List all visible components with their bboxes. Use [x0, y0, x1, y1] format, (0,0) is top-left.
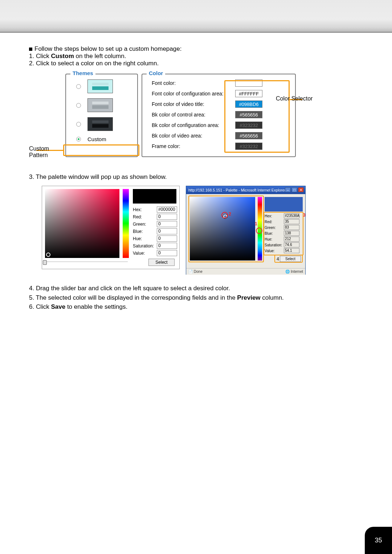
val-input[interactable]: 0 — [157, 250, 177, 256]
color-value[interactable]: #FFFFFF — [235, 90, 262, 97]
window-titlebar: http://192.168.5.151 - Palette - Microso… — [186, 186, 305, 194]
picker-ring-icon — [46, 253, 50, 257]
red-row: Red:35 — [265, 219, 299, 224]
minimize-icon[interactable]: – — [285, 187, 291, 192]
hue-input[interactable]: 0 — [157, 235, 177, 242]
color-row: Font color of configuration area:#FFFFFF — [152, 90, 291, 97]
hex-input[interactable]: #000000 — [157, 206, 177, 213]
radio-icon[interactable] — [76, 103, 81, 108]
select-button[interactable]: Select — [148, 259, 175, 266]
radio-icon[interactable] — [76, 84, 81, 89]
bullet-icon — [29, 48, 32, 51]
color-gradient-box[interactable] — [190, 197, 255, 260]
color-row: Font color of video title:#098BD6 — [152, 100, 291, 108]
slider-knob-icon[interactable] — [43, 260, 47, 265]
color-row: Bk color of control area:#565656 — [152, 111, 291, 118]
theme-option-grey[interactable] — [76, 98, 137, 112]
color-row: Frame color:#323232 — [152, 143, 291, 150]
palette-window-a: Hex:#000000 Red:0 Green:0 Blue:0 Hue:0 S… — [42, 186, 180, 269]
val-input[interactable]: 54.1 — [284, 248, 299, 253]
status-bar: 📄 Done 🌐 Internet — [186, 268, 305, 275]
color-label: Font color of configuration area: — [152, 91, 235, 97]
color-label: Bk color of configuration area: — [152, 122, 235, 128]
hue-bar[interactable] — [258, 197, 262, 260]
status-done: 📄 Done — [188, 270, 203, 274]
hue-row: Hue:0 — [133, 235, 177, 242]
marker-number: 1 — [255, 221, 257, 226]
red-row: Red:0 — [133, 214, 177, 220]
green-input[interactable]: 83 — [284, 225, 299, 230]
sat-row: Saturation:0 — [133, 243, 177, 249]
step5: 5. The selected color will be displayed … — [29, 293, 363, 303]
theme-swatch — [87, 98, 113, 112]
color-gradient-box[interactable] — [45, 189, 119, 258]
red-input[interactable]: 35 — [284, 219, 299, 224]
color-value[interactable]: #323232 — [235, 122, 262, 129]
color-value[interactable] — [235, 79, 262, 87]
blue-input[interactable]: 0 — [157, 228, 177, 234]
green-row: Green:0 — [133, 221, 177, 227]
green-input[interactable]: 0 — [157, 221, 177, 227]
step3: 3. The palette window will pop up as sho… — [29, 173, 363, 181]
hex-row: Hex:#23538A — [265, 213, 299, 218]
marker-number: 2 — [229, 212, 231, 217]
marker-number: 4 — [277, 257, 279, 262]
status-internet: 🌐 Internet — [285, 270, 303, 274]
color-value[interactable]: #565656 — [235, 132, 262, 139]
color-row: Font color: — [152, 79, 291, 87]
color-label: Font color of video title: — [152, 101, 235, 107]
theme-option-custom[interactable]: Custom — [76, 136, 137, 142]
blue-row: Blue:0 — [133, 228, 177, 234]
radio-icon[interactable] — [76, 122, 81, 127]
theme-option-dark[interactable] — [76, 117, 137, 131]
color-fieldset: Color Font color:Font color of configura… — [142, 74, 296, 157]
palette-window-b: http://192.168.5.151 - Palette - Microso… — [186, 186, 306, 275]
hex-row: Hex:#000000 — [133, 206, 177, 213]
figure-palettes: Hex:#000000 Red:0 Green:0 Blue:0 Hue:0 S… — [42, 186, 363, 276]
step4: 4. Drag the slider bar and click on the … — [29, 284, 363, 293]
sat-row: Saturation:74.6 — [265, 242, 299, 247]
radio-icon[interactable] — [76, 137, 81, 141]
marker-number: 3 — [303, 213, 306, 218]
theme-swatch — [87, 79, 113, 93]
color-row: Bk color of video area:#565656 — [152, 132, 291, 139]
val-row: Value:54.1 — [265, 248, 299, 253]
color-label: Font color: — [152, 80, 235, 86]
window-title: http://192.168.5.151 - Palette - Microso… — [188, 188, 286, 192]
color-row: Bk color of configuration area:#323232 — [152, 122, 291, 129]
red-input[interactable]: 0 — [157, 214, 177, 220]
themes-fieldset: Themes Custom — [65, 74, 138, 157]
figure-themes-color: Themes Custom Color Font color:Font colo… — [29, 74, 363, 163]
color-value[interactable]: #565656 — [235, 111, 262, 118]
step1: 1. Click Custom on the left column. — [29, 53, 126, 59]
intro-block: Follow the steps below to set up a custo… — [29, 45, 363, 67]
callout-text-custom: Custom Pattern — [29, 145, 62, 159]
theme-option-cyan[interactable] — [76, 79, 137, 93]
window-buttons: – □ ✕ — [285, 187, 304, 192]
blue-input[interactable]: 138 — [284, 231, 299, 236]
step6: 6. Click Save to enable the settings. — [29, 302, 363, 312]
color-value[interactable]: #098BD6 — [235, 100, 262, 108]
picker-ring-icon — [223, 214, 227, 218]
select-button[interactable]: Select — [280, 256, 301, 262]
hex-input[interactable]: #23538A — [284, 213, 299, 218]
slider-track[interactable] — [45, 262, 128, 263]
color-label: Frame color: — [152, 143, 235, 149]
page-number: 35 — [365, 527, 392, 554]
bullet-text: Follow the steps below to set up a custo… — [34, 45, 181, 52]
close-icon[interactable]: ✕ — [298, 187, 304, 192]
themes-legend: Themes — [70, 70, 95, 76]
maximize-icon[interactable]: □ — [291, 187, 297, 192]
hue-input[interactable]: 212 — [284, 237, 299, 242]
color-label: Bk color of control area: — [152, 112, 235, 118]
page-header-band — [0, 0, 392, 33]
color-preview — [265, 197, 303, 212]
step2: 2. Click to select a color on on the rig… — [29, 60, 159, 67]
color-legend: Color — [147, 70, 165, 76]
sat-input[interactable]: 0 — [157, 243, 177, 249]
color-value[interactable]: #323232 — [235, 143, 262, 150]
sat-input[interactable]: 74.6 — [284, 242, 299, 247]
color-label: Bk color of video area: — [152, 133, 235, 139]
hue-bar[interactable] — [123, 189, 129, 258]
callout-text-selector: Color Selector — [276, 95, 313, 102]
